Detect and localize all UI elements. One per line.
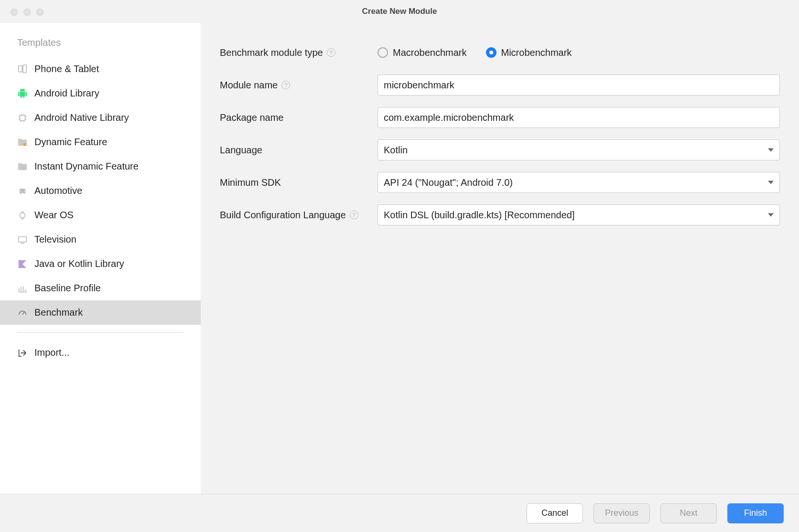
- svg-line-16: [22, 312, 24, 315]
- row-minimum-sdk: Minimum SDK API 24 ("Nougat"; Android 7.…: [220, 172, 780, 193]
- radio-microbenchmark[interactable]: Microbenchmark: [486, 47, 572, 58]
- footer: Cancel Previous Next Finish: [0, 494, 799, 532]
- label-text: Benchmark module type: [220, 47, 323, 58]
- sidebar-item-label: Phone & Tablet: [34, 64, 99, 74]
- radio-circle-icon: [378, 47, 388, 58]
- chevron-down-icon: [768, 213, 774, 217]
- next-button[interactable]: Next: [660, 503, 717, 523]
- label-build-config: Build Configuration Language ?: [220, 210, 378, 221]
- language-select[interactable]: Kotlin: [378, 139, 780, 160]
- sidebar-item-android-native-library[interactable]: Android Native Library: [0, 106, 201, 130]
- folder-dynamic-icon: [17, 137, 28, 148]
- sidebar-item-label: Android Library: [34, 88, 99, 99]
- sidebar-item-import[interactable]: Import...: [0, 340, 201, 365]
- chevron-down-icon: [768, 181, 774, 184]
- sidebar-item-label: Import...: [34, 347, 69, 358]
- sidebar-item-automotive[interactable]: Automotive: [0, 179, 201, 203]
- sidebar-item-television[interactable]: Television: [0, 227, 201, 252]
- gauge-icon: [17, 308, 28, 318]
- form-panel: Benchmark module type ? Macrobenchmark M…: [201, 23, 799, 494]
- sidebar-item-label: Instant Dynamic Feature: [34, 161, 139, 172]
- select-value: Kotlin: [384, 145, 408, 156]
- finish-button[interactable]: Finish: [727, 503, 784, 523]
- titlebar: Create New Module: [0, 0, 799, 23]
- package-name-input[interactable]: [378, 107, 780, 128]
- row-benchmark-type: Benchmark module type ? Macrobenchmark M…: [220, 42, 780, 63]
- build-config-select[interactable]: Kotlin DSL (build.gradle.kts) [Recommend…: [378, 204, 780, 225]
- sidebar-divider: [17, 332, 184, 333]
- phone-tablet-icon: [17, 64, 28, 74]
- sidebar-item-dynamic-feature[interactable]: Dynamic Feature: [0, 130, 201, 154]
- sidebar-item-label: Android Native Library: [34, 112, 129, 123]
- sidebar-item-label: Wear OS: [34, 210, 74, 221]
- help-icon[interactable]: ?: [281, 81, 290, 89]
- chip-icon: [17, 113, 28, 123]
- sidebar: Templates Phone & Tablet Android Library: [0, 23, 201, 494]
- sidebar-item-wear-os[interactable]: Wear OS: [0, 203, 201, 227]
- sidebar-item-android-library[interactable]: Android Library: [0, 81, 201, 106]
- previous-button[interactable]: Previous: [594, 503, 650, 523]
- sidebar-item-label: Java or Kotlin Library: [34, 258, 124, 269]
- sidebar-item-instant-dynamic-feature[interactable]: Instant Dynamic Feature: [0, 154, 201, 179]
- help-icon[interactable]: ?: [350, 211, 358, 219]
- sidebar-item-label: Benchmark: [34, 307, 83, 318]
- zoom-window-button[interactable]: [36, 9, 43, 16]
- row-language: Language Kotlin: [220, 139, 780, 160]
- svg-rect-0: [19, 65, 22, 72]
- label-module-name: Module name ?: [220, 80, 378, 91]
- window-title: Create New Module: [8, 7, 791, 16]
- import-icon: [17, 348, 28, 358]
- svg-point-12: [20, 213, 25, 218]
- sidebar-item-label: Automotive: [34, 185, 82, 196]
- radio-label: Microbenchmark: [501, 47, 572, 58]
- folder-instant-icon: [17, 161, 28, 172]
- cancel-button[interactable]: Cancel: [527, 503, 583, 523]
- watch-icon: [17, 210, 28, 221]
- sidebar-item-benchmark[interactable]: Benchmark: [0, 300, 201, 325]
- select-value: API 24 ("Nougat"; Android 7.0): [384, 177, 513, 188]
- chevron-down-icon: [768, 149, 774, 152]
- sidebar-item-phone-tablet[interactable]: Phone & Tablet: [0, 57, 201, 81]
- module-name-input[interactable]: [378, 74, 780, 96]
- row-build-config: Build Configuration Language ? Kotlin DS…: [220, 204, 780, 225]
- label-text: Module name: [220, 80, 278, 91]
- kotlin-icon: [17, 259, 28, 269]
- radio-label: Macrobenchmark: [393, 47, 467, 58]
- benchmark-type-radio-group: Macrobenchmark Microbenchmark: [378, 47, 780, 58]
- baseline-icon: [17, 283, 28, 294]
- sidebar-header: Templates: [0, 28, 201, 57]
- select-value: Kotlin DSL (build.gradle.kts) [Recommend…: [384, 210, 574, 221]
- sidebar-item-java-kotlin-library[interactable]: Java or Kotlin Library: [0, 252, 201, 276]
- minimize-window-button[interactable]: [23, 9, 31, 16]
- row-package-name: Package name: [220, 107, 780, 128]
- android-icon: [17, 88, 28, 99]
- row-module-name: Module name ?: [220, 74, 780, 96]
- tv-icon: [17, 234, 28, 245]
- label-text: Minimum SDK: [220, 177, 281, 188]
- label-language: Language: [220, 145, 378, 156]
- svg-rect-11: [23, 143, 26, 146]
- radio-circle-icon: [486, 47, 497, 58]
- minimum-sdk-select[interactable]: API 24 ("Nougat"; Android 7.0): [378, 172, 780, 193]
- window-controls: [11, 9, 43, 16]
- dialog-window: Create New Module Templates Phone & Tabl…: [0, 0, 799, 532]
- label-text: Language: [220, 145, 262, 156]
- close-window-button[interactable]: [11, 9, 18, 16]
- label-package-name: Package name: [220, 112, 378, 123]
- sidebar-item-label: Dynamic Feature: [34, 137, 107, 148]
- sidebar-item-label: Television: [34, 234, 76, 245]
- template-list: Phone & Tablet Android Library Android N…: [0, 57, 201, 325]
- form: Benchmark module type ? Macrobenchmark M…: [220, 42, 780, 225]
- sidebar-item-label: Baseline Profile: [34, 283, 101, 294]
- svg-rect-13: [19, 236, 27, 242]
- label-text: Package name: [220, 112, 283, 123]
- label-minimum-sdk: Minimum SDK: [220, 177, 378, 188]
- sidebar-item-baseline-profile[interactable]: Baseline Profile: [0, 276, 201, 300]
- label-text: Build Configuration Language: [220, 210, 346, 221]
- help-icon[interactable]: ?: [327, 48, 335, 57]
- radio-macrobenchmark[interactable]: Macrobenchmark: [378, 47, 467, 58]
- car-icon: [17, 186, 28, 196]
- svg-rect-1: [23, 64, 26, 73]
- label-benchmark-type: Benchmark module type ?: [220, 47, 378, 58]
- svg-rect-2: [20, 115, 25, 120]
